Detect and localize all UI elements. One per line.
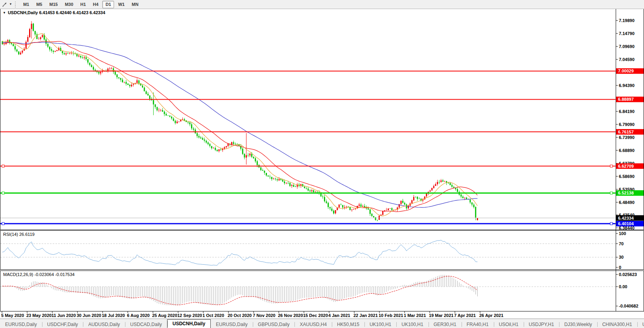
symbol-tab-uk100-h1[interactable]: UK100,H1: [396, 321, 428, 328]
level-handle[interactable]: [610, 192, 613, 194]
chart-symbol-label: USDCNH,Daily: [8, 10, 38, 15]
level-handle[interactable]: [610, 222, 613, 225]
symbol-tab-eurusd-daily[interactable]: EURUSD,Daily: [211, 321, 253, 328]
timeframe-button-d1[interactable]: D1: [102, 1, 114, 8]
symbol-tab-uk100-h1[interactable]: UK100,H1: [364, 321, 396, 328]
macd-scale-label: -0.040682: [619, 304, 638, 308]
candle-body: [408, 206, 409, 208]
price-tick-label: 6.79090: [619, 122, 635, 127]
price-tick-label: 6.68890: [619, 148, 635, 153]
candle-body: [333, 211, 334, 213]
level-price-label: 7.00029: [618, 69, 634, 73]
date-tick-label: 10 Feb 2021: [379, 313, 403, 318]
symbol-tab-usdcad-daily[interactable]: USDCAD,Daily: [125, 321, 167, 328]
date-tick-label: 4 Jan 2021: [328, 313, 350, 318]
symbol-tab-usc[interactable]: USC: [637, 321, 644, 328]
symbol-tab-dj30-weekly[interactable]: DJ30,Weekly: [559, 321, 597, 328]
rsi-scale-label: 0: [619, 265, 621, 270]
candle-body: [450, 183, 451, 185]
candle-body: [211, 146, 212, 148]
symbol-tab-usoil-h1[interactable]: USOil,H1: [494, 321, 524, 328]
candle-body: [228, 144, 229, 146]
candle-body: [411, 200, 412, 204]
candle-body: [248, 155, 249, 156]
candle-body: [433, 186, 434, 188]
candle-body: [153, 100, 154, 104]
level-handle[interactable]: [2, 222, 4, 225]
rsi-pane[interactable]: [0, 231, 644, 270]
candle-body: [339, 205, 340, 208]
candle-body: [384, 210, 385, 211]
chart-canvas[interactable]: 7.198907.147907.096907.045906.943906.841…: [0, 0, 644, 328]
candle-body: [199, 136, 200, 137]
symbol-tab-china300-h1[interactable]: CHINA300,H1: [597, 321, 637, 328]
timeframe-button-w1[interactable]: W1: [115, 1, 128, 8]
macd-pane[interactable]: [0, 271, 644, 311]
timeframe-button-m5[interactable]: M5: [33, 1, 45, 8]
symbol-tab-hk50-m15[interactable]: HK50,M15: [332, 321, 364, 328]
candle-body: [355, 208, 356, 209]
candle-body: [49, 47, 50, 50]
symbol-tab-gbpusd-daily[interactable]: GBPUSD,Daily: [253, 321, 295, 328]
symbol-tab-usdchf-daily[interactable]: USDCHF,Daily: [42, 321, 83, 328]
symbol-tab-eurusd-daily[interactable]: EURUSD,Daily: [0, 321, 42, 328]
candle-body: [84, 57, 85, 58]
candle-body: [118, 77, 120, 78]
candle-body: [182, 119, 183, 120]
candle-body: [373, 216, 374, 217]
symbol-tabs: EURUSD,DailyUSDCHF,DailyAUDUSD,DailyUSDC…: [0, 319, 644, 328]
candle-body: [244, 154, 245, 158]
chart-cursor-icon[interactable]: [1, 1, 8, 7]
candle-body: [246, 155, 247, 158]
symbol-tab-xauusd-h4[interactable]: XAUUSD,H4: [294, 321, 332, 328]
candle-body: [98, 72, 99, 74]
symbol-tab-fra40-h1[interactable]: FRA40,H1: [462, 321, 494, 328]
candle-body: [419, 199, 420, 199]
symbol-tab-usdcnh-daily[interactable]: USDCNH,Daily: [167, 319, 211, 328]
symbol-tab-ger30-h1[interactable]: GER30,H1: [429, 321, 462, 328]
candle-body: [464, 198, 466, 198]
level-handle[interactable]: [2, 165, 4, 167]
timeframe-button-m1[interactable]: M1: [20, 1, 32, 8]
candle-body: [350, 207, 351, 210]
candle-body: [17, 50, 18, 52]
macd-scale-label: 0.00: [619, 284, 627, 289]
candle-body: [453, 187, 454, 188]
candle-body: [42, 35, 43, 37]
price-tick-label: 7.09690: [619, 44, 635, 49]
macd-scale-label: 0.025623: [619, 272, 637, 277]
candle-body: [287, 183, 289, 183]
candle-body: [177, 122, 178, 123]
timeframe-button-h4[interactable]: H4: [90, 1, 101, 8]
tool-dropdown-caret-icon[interactable]: ▼: [9, 1, 12, 7]
candle-body: [27, 37, 28, 42]
date-tick-label: 22 Jan 2021: [353, 313, 378, 318]
timeframe-button-h1[interactable]: H1: [77, 1, 89, 8]
rsi-scale-label: 70: [619, 241, 624, 246]
candle-body: [351, 209, 353, 210]
candle-body: [166, 114, 167, 115]
candle-body: [295, 187, 296, 187]
level-handle[interactable]: [2, 192, 4, 194]
symbol-tab-usdjpy-h1[interactable]: USDJPY,H1: [524, 321, 559, 328]
timeframe-button-m30[interactable]: M30: [62, 1, 76, 8]
timeframe-button-m15[interactable]: M15: [46, 1, 61, 8]
symbol-tab-audusd-daily[interactable]: AUDUSD,Daily: [83, 321, 125, 328]
candle-body: [158, 110, 160, 110]
candle-body: [460, 195, 462, 196]
main-price-pane[interactable]: [0, 9, 644, 230]
timeframe-button-mn[interactable]: MN: [129, 1, 142, 8]
candle-body: [173, 119, 174, 121]
candle-body: [235, 144, 236, 145]
candle-body: [131, 85, 132, 86]
candle-body: [242, 149, 243, 154]
candle-body: [371, 214, 372, 216]
candle-body: [370, 209, 371, 214]
level-handle[interactable]: [610, 165, 613, 167]
level-price-label: 6.52138: [618, 191, 634, 195]
candle-body: [317, 192, 318, 193]
candle-body: [120, 78, 121, 80]
date-tick-label: 19 Mar 2021: [429, 313, 453, 318]
candle-body: [67, 54, 68, 54]
chart-collapse-icon[interactable]: ▼: [3, 11, 6, 15]
